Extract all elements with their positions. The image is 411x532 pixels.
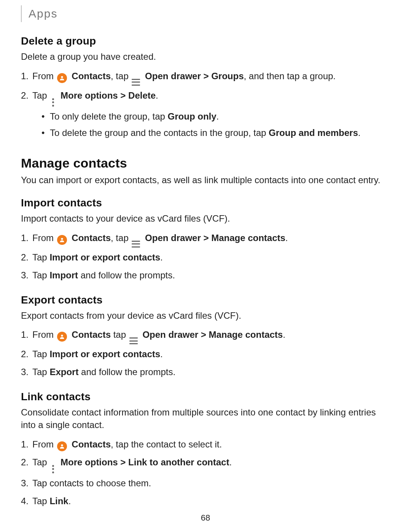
open-drawer-label: Open drawer > Groups	[145, 71, 244, 81]
text: .	[283, 329, 285, 340]
open-drawer-icon	[132, 241, 140, 248]
text: To delete the group and the contacts in …	[50, 128, 269, 138]
open-drawer-label: Open drawer > Manage contacts	[145, 233, 285, 243]
contacts-label: Contacts	[72, 71, 111, 81]
text: and follow the prompts.	[78, 270, 175, 280]
text: Tap	[32, 252, 49, 262]
text: and follow the prompts.	[78, 367, 175, 377]
more-options-icon	[51, 98, 55, 107]
page-header: Apps	[21, 0, 390, 24]
bold: Export	[49, 367, 78, 377]
step: Tap Import or export contacts.	[32, 347, 390, 362]
step: Tap Import and follow the prompts.	[32, 268, 390, 283]
text: Tap contacts to choose them.	[32, 478, 151, 488]
text: Tap	[32, 270, 49, 280]
intro-export-contacts: Export contacts from your device as vCar…	[21, 309, 390, 322]
steps-export-contacts: From Contacts tap Open drawer > Manage c…	[21, 327, 390, 380]
text: tap	[111, 329, 129, 340]
text: Tap	[32, 457, 49, 467]
step: Tap Import or export contacts.	[32, 250, 390, 265]
text: .	[160, 252, 163, 262]
text: From	[32, 329, 56, 340]
contacts-label: Contacts	[72, 439, 111, 449]
bold: Import	[49, 270, 78, 280]
text: Tap	[32, 496, 49, 506]
step: From Contacts tap Open drawer > Manage c…	[32, 327, 390, 344]
contacts-icon	[57, 235, 67, 245]
contacts-label: Contacts	[72, 233, 111, 243]
bullet: To delete the group and the contacts in …	[50, 125, 390, 141]
bullet: To only delete the group, tap Group only…	[50, 109, 390, 124]
page-number: 68	[0, 513, 411, 523]
bold: Import or export contacts	[49, 252, 160, 262]
text: Tap	[32, 349, 49, 359]
more-options-label: More options > Link to another contact	[61, 457, 229, 467]
heading-import-contacts: Import contacts	[21, 197, 390, 209]
text: .	[285, 233, 288, 243]
contacts-label: Contacts	[72, 329, 111, 340]
open-drawer-label: Open drawer > Manage contacts	[142, 329, 283, 340]
text: .	[160, 349, 163, 359]
open-drawer-icon	[132, 79, 140, 86]
text: .	[358, 128, 361, 138]
open-drawer-icon	[129, 337, 138, 344]
text: From	[32, 71, 56, 81]
text: , tap the contact to select it.	[111, 439, 222, 449]
text: .	[156, 90, 158, 101]
step: Tap Export and follow the prompts.	[32, 364, 390, 380]
intro-link-contacts: Consolidate contact information from mul…	[21, 406, 390, 431]
more-options-label: More options > Delete	[61, 90, 156, 101]
heading-link-contacts: Link contacts	[21, 391, 390, 403]
contacts-icon	[57, 332, 67, 342]
heading-export-contacts: Export contacts	[21, 294, 390, 306]
steps-import-contacts: From Contacts, tap Open drawer > Manage …	[21, 230, 390, 283]
intro-delete-group: Delete a group you have created.	[21, 50, 390, 63]
svg-point-3	[61, 444, 63, 446]
text: From	[32, 439, 56, 449]
step: From Contacts, tap Open drawer > Groups,…	[32, 69, 390, 86]
text: , tap	[111, 233, 131, 243]
svg-point-0	[61, 76, 63, 78]
text: .	[68, 496, 71, 506]
intro-import-contacts: Import contacts to your device as vCard …	[21, 212, 390, 225]
sub-bullets: To only delete the group, tap Group only…	[32, 109, 390, 141]
step: Tap More options > Delete. To only delet…	[32, 88, 390, 141]
heading-manage-contacts: Manage contacts	[21, 156, 390, 171]
text: From	[32, 233, 56, 243]
text: , tap	[111, 71, 131, 81]
breadcrumb: Apps	[21, 5, 57, 22]
step: From Contacts, tap the contact to select…	[32, 437, 390, 452]
step: Tap Link.	[32, 494, 390, 509]
steps-delete-group: From Contacts, tap Open drawer > Groups,…	[21, 69, 390, 141]
text: To only delete the group, tap	[50, 111, 168, 121]
text: Tap	[32, 90, 49, 101]
text: Tap	[32, 367, 49, 377]
text: .	[217, 111, 219, 121]
svg-point-1	[61, 238, 63, 240]
more-options-icon	[51, 465, 55, 473]
bold: Group and members	[269, 128, 358, 138]
step: Tap contacts to choose them.	[32, 476, 390, 491]
intro-manage-contacts: You can import or export contacts, as we…	[21, 174, 390, 187]
contacts-icon	[57, 441, 67, 451]
heading-delete-group: Delete a group	[21, 35, 390, 47]
step: From Contacts, tap Open drawer > Manage …	[32, 230, 390, 248]
steps-link-contacts: From Contacts, tap the contact to select…	[21, 437, 390, 509]
text: , and then tap a group.	[244, 71, 336, 81]
step: Tap More options > Link to another conta…	[32, 455, 390, 473]
text: .	[229, 457, 232, 467]
bold: Group only	[168, 111, 217, 121]
bold: Link	[49, 496, 68, 506]
contacts-icon	[57, 73, 67, 83]
bold: Import or export contacts	[49, 349, 160, 359]
svg-point-2	[61, 335, 63, 337]
